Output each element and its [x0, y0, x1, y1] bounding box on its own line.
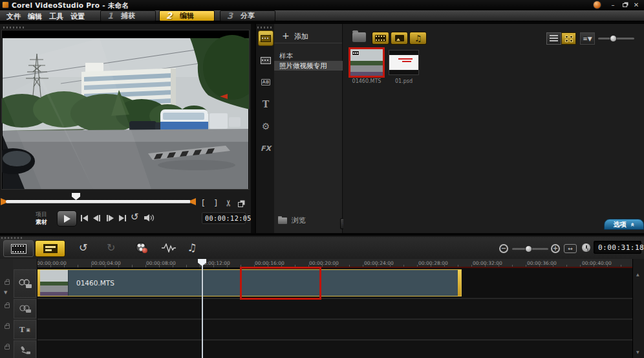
thumbnail-view-button[interactable]	[561, 32, 576, 45]
scroll-down-icon[interactable]: ▼	[636, 350, 639, 354]
menu-edit[interactable]: 编辑	[28, 12, 42, 21]
expand-tracks-icon[interactable]: ▼	[4, 290, 7, 295]
ripple-lock-icon-title[interactable]	[5, 325, 10, 329]
zoom-in-button[interactable]: +	[551, 244, 560, 253]
ruler-tick: 00:00:32:00	[473, 260, 502, 266]
mark-in-button[interactable]: [	[202, 198, 205, 208]
previous-frame-button[interactable]	[93, 214, 101, 223]
psd-letterbox-bottom	[389, 70, 418, 74]
voice-track-header[interactable]	[14, 341, 36, 358]
video-track-row[interactable]: 01460.MTS	[37, 268, 632, 298]
drag-handle-dots[interactable]	[257, 27, 273, 28]
go-to-end-button[interactable]	[119, 214, 127, 223]
close-button[interactable]: ✕	[631, 1, 641, 9]
tab-edit-label: 编辑	[180, 11, 194, 21]
sort-button[interactable]: ≡▼	[580, 32, 595, 45]
zoom-out-button[interactable]: −	[499, 244, 508, 253]
video-track-header[interactable]	[14, 269, 36, 298]
menu-file[interactable]: 文件	[6, 12, 21, 21]
up-folder-icon[interactable]	[352, 32, 366, 42]
fit-project-button[interactable]: ↔	[564, 244, 577, 253]
batch-convert-icon[interactable]	[136, 242, 146, 252]
timeline-view-button[interactable]	[35, 240, 65, 257]
ripple-lock-icon-overlay[interactable]	[5, 304, 10, 308]
thumbnail-01psd[interactable]	[389, 50, 419, 75]
repeat-button[interactable]: ↺	[131, 211, 139, 223]
title-track-row[interactable]	[37, 319, 632, 339]
overlay-track-row[interactable]	[37, 298, 632, 319]
filters-button[interactable]: FX	[258, 140, 274, 156]
preview-video-image	[2, 30, 249, 189]
divider	[37, 259, 38, 358]
mark-out-button[interactable]: ]	[214, 198, 217, 208]
plus-icon: +	[282, 30, 290, 41]
clip-mode-label[interactable]: 素材	[36, 218, 47, 227]
drag-handle-dots[interactable]	[3, 27, 25, 28]
clip-trim-right[interactable]	[458, 270, 461, 296]
thumbnail-size-knob[interactable]	[610, 35, 617, 42]
tab-capture[interactable]: 1 捕获	[100, 10, 156, 21]
options-tab[interactable]: 选项 «	[604, 219, 644, 230]
thumbnail-01460[interactable]	[349, 47, 385, 78]
trim-out-handle[interactable]	[190, 198, 196, 205]
tab-edit[interactable]: 2 编辑	[159, 10, 215, 21]
tab-capture-number: 1	[107, 11, 113, 21]
preview-timecode[interactable]: 00:00:12:05 ▲▼	[202, 212, 246, 224]
transitions-button[interactable]	[258, 52, 274, 68]
split-clip-icon[interactable]: ✂	[224, 199, 233, 207]
panel-divider	[251, 24, 255, 233]
filter-videos-button[interactable]	[372, 32, 389, 45]
play-button[interactable]	[57, 210, 77, 227]
tab-share[interactable]: 3 分享	[220, 10, 275, 21]
timeline-scrollbar[interactable]: ▲ ▼	[632, 259, 644, 358]
graphics-button[interactable]: ⚙	[258, 118, 274, 134]
title-templates-button[interactable]: AB	[258, 74, 274, 90]
scrub-marker[interactable]	[72, 193, 80, 200]
browse-button[interactable]: 浏览	[278, 216, 306, 225]
title-track-header[interactable]: T▣	[14, 320, 36, 339]
storyboard-icon	[11, 244, 27, 254]
list-view-button[interactable]	[546, 32, 561, 45]
drag-handle-dots[interactable]	[1, 237, 23, 239]
red-highlight-rectangle	[240, 267, 321, 300]
clip-thumbnail	[40, 270, 69, 296]
playhead-line[interactable]	[202, 259, 203, 358]
redo-button[interactable]: ↻	[107, 241, 115, 254]
menu-settings[interactable]: 设置	[70, 12, 85, 21]
library-item-photo-video-folder[interactable]: 照片做视频专用	[274, 61, 343, 71]
timeline-zoom-knob[interactable]	[525, 245, 532, 252]
add-row[interactable]: + 添加	[274, 29, 342, 43]
scrub-bar[interactable]	[6, 200, 191, 203]
filter-audio-button[interactable]: ♫	[409, 32, 427, 45]
voice-track-row[interactable]	[37, 339, 632, 358]
ripple-lock-icon-voice[interactable]	[5, 346, 10, 350]
restore-icon	[623, 3, 627, 7]
library-item-samples[interactable]: 样本	[274, 51, 343, 61]
timeline-toolbar: ↺ ↻ ♫ − + ↔ 0:00:31:18	[0, 237, 644, 259]
next-frame-button[interactable]	[106, 214, 114, 223]
go-to-start-button[interactable]	[80, 214, 88, 223]
overlay-track-icon	[19, 304, 32, 313]
title-button[interactable]: T	[258, 96, 274, 112]
media-library-button[interactable]	[258, 30, 274, 46]
volume-icon[interactable]	[144, 214, 155, 222]
restore-button[interactable]	[619, 1, 630, 9]
menu-tools[interactable]: 工具	[49, 12, 63, 21]
minimize-button[interactable]: –	[608, 1, 618, 9]
filter-photos-button[interactable]	[391, 32, 408, 45]
tracks-area: 01460.MTS	[37, 268, 632, 358]
timeline-section: ↺ ↻ ♫ − + ↔ 0:00:31:18 ▼	[0, 233, 644, 358]
undo-button[interactable]: ↺	[79, 241, 87, 254]
tab-share-number: 3	[227, 11, 233, 21]
duration-clock-icon[interactable]	[581, 243, 591, 252]
auto-music-icon[interactable]: ♫	[187, 241, 198, 254]
storyboard-view-button[interactable]	[3, 240, 34, 257]
enlarge-preview-button[interactable]	[238, 199, 243, 209]
ripple-lock-icon-video[interactable]	[5, 281, 10, 285]
overlay-track-header[interactable]	[14, 299, 36, 319]
scroll-up-icon[interactable]: ▲	[636, 272, 639, 276]
timeline-timecode[interactable]: 0:00:31:18	[594, 241, 641, 254]
sound-mixer-icon[interactable]	[162, 243, 176, 252]
psd-letterbox-top	[389, 50, 418, 55]
account-orb-icon[interactable]	[593, 1, 601, 9]
